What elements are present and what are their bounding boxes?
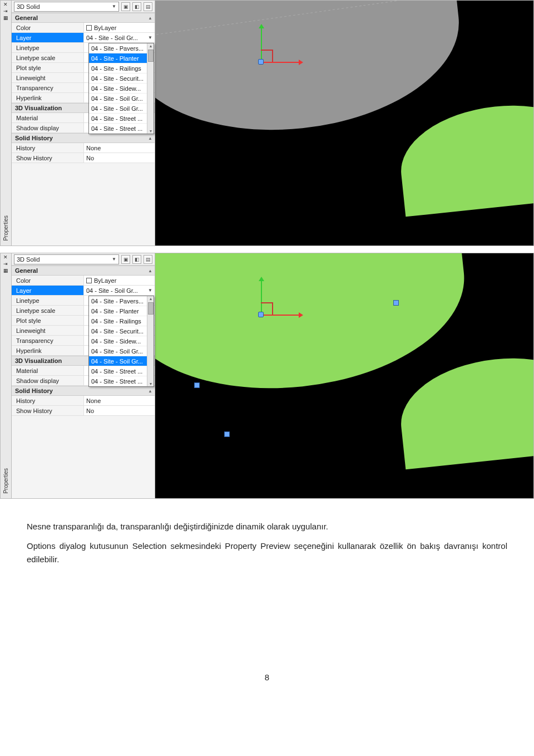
layer-option[interactable]: 04 - Site - Street ...: [89, 366, 154, 376]
prop-row-color[interactable]: Color ByLayer: [12, 276, 155, 286]
panel-side-rail[interactable]: ✕ ⇥ ▦ Properties: [1, 1, 12, 246]
figure-2: ✕ ⇥ ▦ Properties 3D Solid ▼ ▣ ◧ ▤ Genera…: [0, 253, 534, 499]
chevron-down-icon: ▼: [148, 288, 152, 293]
layer-option[interactable]: 04 - Site - Planter: [89, 53, 154, 63]
scrollbar[interactable]: ▴▾: [147, 296, 154, 386]
layer-option[interactable]: 04 - Site - Soil Gr...: [89, 356, 154, 366]
chevron-down-icon: ▼: [112, 4, 116, 9]
toolbar-btn-2[interactable]: ◧: [132, 255, 141, 264]
prop-row-color[interactable]: Color ByLayer: [12, 23, 155, 33]
scroll-up-icon[interactable]: ▴: [150, 43, 152, 48]
panel-toolbar: 3D Solid ▼ ▣ ◧ ▤: [12, 1, 155, 13]
section-solidhistory[interactable]: Solid History ▴: [12, 133, 155, 143]
layer-option[interactable]: 04 - Site - Soil Gr...: [89, 346, 154, 356]
layer-option[interactable]: 04 - Site - Soil Gr...: [89, 94, 154, 104]
layer-option[interactable]: 04 - Site - Securit...: [89, 73, 154, 84]
layer-option[interactable]: 04 - Site - Soil Gr...: [89, 104, 154, 114]
prop-row-history[interactable]: HistoryNone: [12, 143, 155, 153]
collapse-icon: ▴: [149, 136, 151, 141]
toolbar-btn-1[interactable]: ▣: [121, 255, 130, 264]
layer-option[interactable]: 04 - Site - Pavers...: [89, 296, 154, 306]
layer-option[interactable]: 04 - Site - Street ...: [89, 114, 154, 124]
panel-title: Properties: [3, 215, 9, 241]
collapse-icon: ▴: [149, 268, 151, 273]
toolbar-btn-1[interactable]: ▣: [121, 2, 130, 11]
body-text: Nesne transparanlığı da, transparanlığı …: [0, 505, 534, 566]
section-general[interactable]: General ▴: [12, 13, 155, 23]
figure-1: ✕ ⇥ ▦ Properties 3D Solid ▼ ▣ ◧ ▤ Genera…: [0, 0, 534, 246]
prop-row-layer[interactable]: Layer 04 - Site - Soil Gr...▼: [12, 33, 155, 43]
scroll-up-icon[interactable]: ▴: [150, 296, 152, 301]
scrollbar[interactable]: ▴▾: [147, 43, 154, 134]
selection-grip[interactable]: [224, 431, 230, 437]
chevron-down-icon: ▼: [112, 257, 116, 262]
layer-option[interactable]: 04 - Site - Railings: [89, 316, 154, 326]
layer-option[interactable]: 04 - Site - Pavers...: [89, 43, 154, 53]
layer-option[interactable]: 04 - Site - Sidew...: [89, 336, 154, 346]
layer-dropdown[interactable]: 04 - Site - Pavers...04 - Site - Planter…: [88, 296, 154, 387]
color-swatch-icon: [86, 25, 92, 31]
chevron-down-icon: ▼: [148, 35, 152, 40]
prop-row-layer[interactable]: Layer 04 - Site - Soil Gr...▼: [12, 286, 155, 296]
close-icon[interactable]: ✕: [3, 2, 9, 7]
object-type-select[interactable]: 3D Solid ▼: [14, 254, 119, 264]
viewport[interactable]: [155, 1, 533, 246]
collapse-icon: ▴: [149, 16, 151, 21]
prop-row-showhistory[interactable]: Show HistoryNo: [12, 153, 155, 163]
toolbar-btn-3[interactable]: ▤: [144, 2, 152, 11]
selection-grip[interactable]: [393, 300, 399, 306]
layer-option[interactable]: 04 - Site - Railings: [89, 63, 154, 73]
layer-option[interactable]: 04 - Site - Street ...: [89, 124, 154, 134]
toolbar-btn-3[interactable]: ▤: [144, 255, 152, 264]
menu-icon[interactable]: ▦: [3, 15, 9, 21]
scroll-thumb[interactable]: [148, 50, 154, 62]
panel-toolbar: 3D Solid ▼ ▣ ◧ ▤: [12, 253, 155, 266]
properties-panel: 3D Solid ▼ ▣ ◧ ▤ General ▴ Color ByLayer…: [12, 253, 155, 498]
select-value: 3D Solid: [17, 3, 40, 10]
object-type-select[interactable]: 3D Solid ▼: [14, 2, 119, 12]
paragraph-2: Options diyalog kutusunun Selection sekm…: [27, 539, 507, 566]
layer-option[interactable]: 04 - Site - Sidew...: [89, 84, 154, 94]
selection-grip[interactable]: [194, 382, 200, 388]
scroll-thumb[interactable]: [148, 302, 154, 315]
pin-icon[interactable]: ⇥: [3, 8, 9, 14]
page-number: 8: [0, 572, 534, 699]
layer-option[interactable]: 04 - Site - Planter: [89, 306, 154, 316]
scroll-down-icon[interactable]: ▾: [150, 381, 152, 386]
panel-title: Properties: [3, 468, 9, 494]
collapse-icon: ▴: [149, 389, 151, 394]
section-general[interactable]: General ▴: [12, 266, 155, 276]
properties-panel: 3D Solid ▼ ▣ ◧ ▤ General ▴ Color ByLayer…: [12, 1, 155, 246]
select-value: 3D Solid: [17, 256, 40, 263]
menu-icon[interactable]: ▦: [3, 268, 9, 273]
section-solidhistory[interactable]: Solid History ▴: [12, 386, 155, 396]
pin-icon[interactable]: ⇥: [3, 261, 9, 267]
paragraph-1: Nesne transparanlığı da, transparanlığı …: [27, 520, 507, 533]
page-root: ✕ ⇥ ▦ Properties 3D Solid ▼ ▣ ◧ ▤ Genera…: [0, 0, 534, 699]
prop-row-showhistory[interactable]: Show HistoryNo: [12, 406, 155, 416]
layer-option[interactable]: 04 - Site - Street ...: [89, 376, 154, 386]
color-swatch-icon: [86, 278, 92, 283]
viewport[interactable]: [155, 253, 533, 498]
prop-row-history[interactable]: HistoryNone: [12, 396, 155, 406]
toolbar-btn-2[interactable]: ◧: [132, 2, 141, 11]
layer-dropdown[interactable]: 04 - Site - Pavers...04 - Site - Planter…: [88, 43, 154, 134]
panel-side-rail[interactable]: ✕ ⇥ ▦ Properties: [1, 253, 12, 498]
close-icon[interactable]: ✕: [3, 254, 9, 260]
layer-option[interactable]: 04 - Site - Securit...: [89, 326, 154, 336]
scroll-down-icon[interactable]: ▾: [150, 129, 152, 134]
